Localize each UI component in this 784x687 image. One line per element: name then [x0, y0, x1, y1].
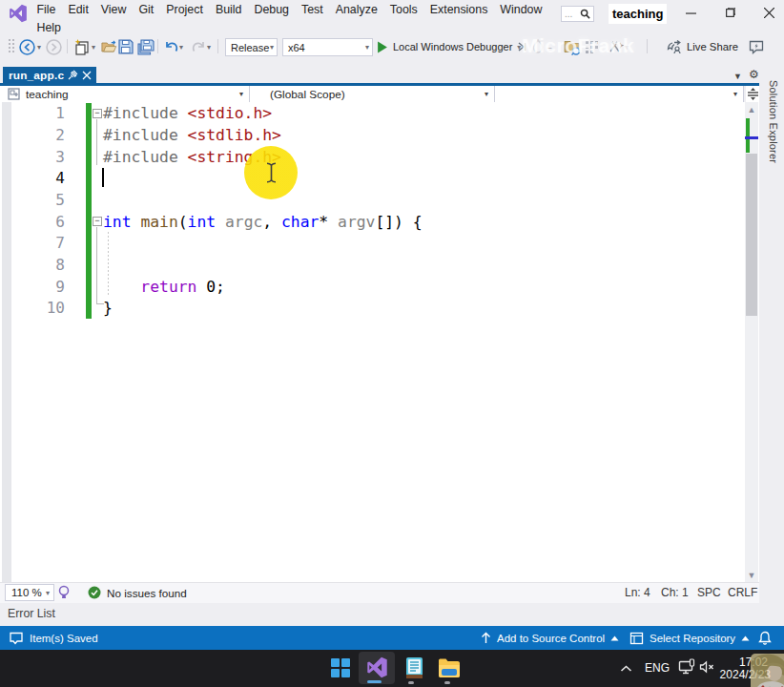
save-button[interactable] [118, 34, 134, 59]
outline-line-main [96, 227, 97, 304]
code-editor[interactable] [0, 102, 759, 582]
chevron-up-icon [741, 635, 750, 641]
redo-dropdown[interactable]: ▾ [207, 34, 211, 59]
line-number-6: 6 [0, 211, 65, 233]
pin-icon[interactable] [68, 70, 78, 80]
open-file-button[interactable] [101, 34, 117, 59]
add-to-source-control-button[interactable]: Add to Source Control [481, 626, 619, 650]
menu-bar: FileEditViewGitProjectBuildDebugTestAnal… [31, 0, 555, 36]
code-line-2[interactable]: #include <stdlib.h> [103, 124, 281, 146]
search-box[interactable]: ... [561, 6, 594, 22]
code-line-9[interactable]: return 0; [103, 276, 225, 298]
scrollbar-thumb[interactable] [746, 154, 757, 316]
solution-platform-combo[interactable]: x64▾ [282, 38, 373, 56]
code-line-6[interactable]: int main(int argc, char* argv[]) { [103, 211, 423, 233]
bottom-panel-row [0, 603, 784, 626]
start-debugging-button[interactable]: Local Windows Debugger ▾ [377, 36, 521, 57]
code-line-10[interactable]: } [103, 297, 113, 319]
language-indicator[interactable]: ENG [645, 661, 670, 675]
status-line-ending[interactable]: CRLF [728, 582, 757, 603]
menu-test[interactable]: Test [295, 0, 329, 18]
facecam-avatar-overlay [751, 654, 784, 687]
line-number-9: 9 [0, 276, 65, 298]
navigate-back-dropdown[interactable]: ▾ [37, 34, 41, 59]
toolbar-grip[interactable] [8, 38, 15, 53]
menu-file[interactable]: File [31, 0, 62, 18]
line-number-8: 8 [0, 254, 65, 276]
start-button[interactable] [328, 656, 353, 680]
scrollbar-caret-mark [745, 136, 758, 139]
notepad-running-indicator [408, 681, 414, 684]
new-item-button[interactable] [73, 34, 91, 59]
solution-configuration-combo[interactable]: Release▾ [225, 38, 278, 56]
status-spaces[interactable]: SPC [697, 582, 721, 603]
document-health-icon[interactable] [57, 585, 72, 600]
outline-line-includes [96, 119, 97, 165]
menu-edit[interactable]: Edit [62, 0, 94, 18]
explorer-running-indicator [444, 681, 450, 684]
scrollbar-up-arrow[interactable]: ▲ [745, 105, 758, 114]
scope-dropdown[interactable]: (Global Scope) ▾ [250, 86, 495, 102]
restore-button[interactable] [717, 2, 742, 23]
run-icon [377, 41, 388, 53]
fold-toggle-line1[interactable]: − [93, 109, 102, 118]
split-editor-handle[interactable] [746, 86, 759, 102]
notifications-bell-button[interactable] [758, 626, 772, 650]
menu-build[interactable]: Build [209, 0, 248, 18]
navigate-back-button[interactable] [19, 34, 35, 59]
tab-run-app-c[interactable]: run_app.c [3, 67, 96, 83]
line-number-4: 4 [0, 167, 65, 189]
network-display-icon[interactable] [678, 658, 695, 679]
menu-view[interactable]: View [94, 0, 133, 18]
menu-window[interactable]: Window [494, 0, 548, 18]
undo-dropdown[interactable]: ▾ [179, 34, 183, 59]
tray-chevron-up-icon[interactable] [620, 660, 632, 677]
line-number-10: 10 [0, 297, 65, 319]
redo-button[interactable] [190, 34, 207, 59]
screencast-watermark: MicroFrank [522, 33, 663, 58]
gear-icon[interactable]: ⚙ [749, 68, 759, 81]
solution-explorer-tab[interactable]: Solution Explorer [764, 80, 779, 185]
zoom-level-combo[interactable]: 110 %▾ [5, 584, 54, 601]
upload-icon [481, 632, 491, 644]
status-line-number[interactable]: Ln: 4 [625, 582, 650, 603]
menu-debug[interactable]: Debug [248, 0, 296, 18]
visual-studio-taskbar-icon [366, 656, 388, 678]
code-line-1[interactable]: #include <stdio.h> [103, 102, 272, 124]
search-icon [580, 9, 590, 19]
visual-studio-taskbar-tile[interactable] [359, 652, 395, 684]
file-explorer-taskbar-icon[interactable] [437, 656, 462, 680]
tab-list-dropdown[interactable]: ▼ [733, 72, 742, 81]
check-icon [88, 586, 101, 599]
live-share-icon [667, 40, 682, 54]
send-feedback-button[interactable] [749, 34, 764, 59]
menu-extensions[interactable]: Extensions [423, 0, 494, 18]
member-dropdown[interactable]: ▾ [495, 86, 744, 102]
repository-icon [629, 632, 644, 645]
window-title: teaching [609, 4, 667, 24]
new-item-dropdown[interactable]: ▾ [92, 34, 95, 59]
vs-active-indicator [367, 680, 382, 683]
status-column[interactable]: Ch: 1 [661, 582, 689, 603]
menu-git[interactable]: Git [133, 0, 160, 18]
menu-tools[interactable]: Tools [383, 0, 423, 18]
close-button[interactable] [756, 2, 781, 23]
select-repository-button[interactable]: Select Repository [629, 626, 750, 650]
undo-button[interactable] [163, 34, 180, 59]
minimize-button[interactable] [678, 2, 703, 23]
error-list-tab[interactable]: Error List [8, 607, 55, 620]
save-all-button[interactable] [137, 34, 155, 59]
navigate-forward-button[interactable] [46, 34, 62, 59]
health-indicator[interactable]: No issues found [88, 582, 187, 603]
line-number-7: 7 [0, 232, 65, 254]
live-share-button[interactable]: Live Share [667, 34, 738, 59]
project-dropdown[interactable]: teaching ▾ [0, 86, 250, 102]
notepad-taskbar-icon[interactable] [402, 656, 426, 680]
fold-toggle-line6[interactable]: − [93, 217, 102, 226]
volume-muted-icon[interactable] [699, 659, 715, 678]
close-tab-icon[interactable] [82, 71, 92, 80]
menu-project[interactable]: Project [160, 0, 210, 18]
menu-analyze[interactable]: Analyze [329, 0, 383, 18]
scrollbar-down-arrow[interactable]: ▼ [745, 571, 758, 580]
change-tracking-bar [86, 103, 92, 319]
